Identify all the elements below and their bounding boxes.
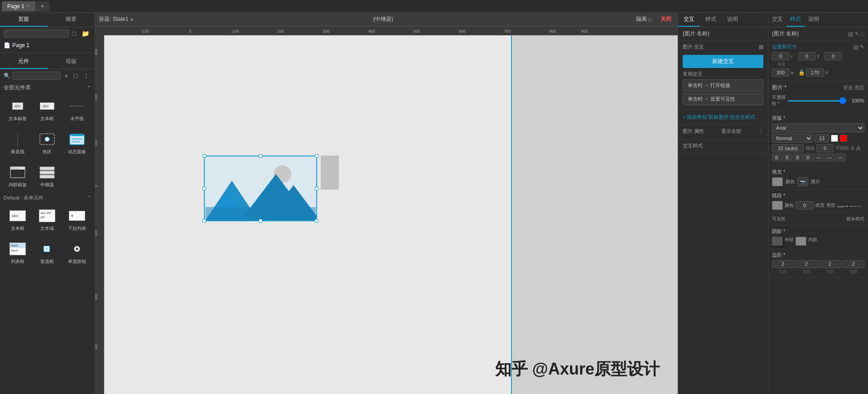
margin-top-input[interactable] <box>796 260 818 268</box>
x-input[interactable] <box>772 52 789 60</box>
page-tab-1[interactable]: Page 1 × <box>2 1 35 11</box>
interaction-open-link[interactable]: 单击时 → 打开链接 <box>683 79 763 92</box>
img-icon-2[interactable]: 图层 <box>854 84 864 91</box>
text-size-icon-2: A <box>856 145 860 152</box>
font-color-box[interactable] <box>831 135 838 142</box>
style-tab-interaction[interactable]: 交互 <box>768 13 786 27</box>
handle-top-left[interactable] <box>203 154 206 158</box>
tab-style[interactable]: 样式 <box>700 13 722 27</box>
component-hotspot[interactable]: 热区 <box>34 128 62 158</box>
pos-icon-2[interactable]: ✎ <box>860 44 864 50</box>
z-input[interactable] <box>825 52 842 60</box>
top-icon-1[interactable]: ▤ <box>848 31 853 37</box>
component-dynamic-panel[interactable]: 动态面板 <box>63 128 91 158</box>
component-text-standard[interactable]: abc 文本框 <box>34 95 62 125</box>
component-inline-frame[interactable]: 内联框架 <box>4 161 32 191</box>
font-size-input[interactable] <box>815 134 829 142</box>
add-interaction-icon[interactable]: ▤ <box>759 44 763 50</box>
interaction-set-visibility[interactable]: 单击时 → 设置可见性 <box>683 93 763 105</box>
h-input[interactable] <box>806 68 824 77</box>
shadow-outer-swatch[interactable] <box>772 237 783 246</box>
shadow-inner-swatch[interactable] <box>796 237 806 246</box>
fill-color-swatch[interactable] <box>772 177 783 186</box>
component-text-label[interactable]: abc 文本标签 <box>4 95 32 125</box>
border-color-swatch[interactable] <box>772 201 783 210</box>
top-icon-2[interactable]: ✎ <box>855 31 859 37</box>
component-listbox[interactable]: item item item 列表框 <box>4 238 32 268</box>
tab-components[interactable]: 元件 <box>0 55 48 69</box>
tab-interaction[interactable]: 交互 <box>678 13 700 27</box>
line-height-input[interactable] <box>772 144 804 152</box>
isolate-btn[interactable]: 隔离 □ <box>633 15 654 24</box>
more-component-icon[interactable]: ⋮ <box>81 71 91 80</box>
style-tab-style[interactable]: 样式 <box>786 13 805 27</box>
show-all-btn[interactable]: 显示全部 <box>721 128 741 135</box>
sidebar-tab-pages[interactable]: 页面 <box>0 13 48 27</box>
component-search-input[interactable] <box>12 72 61 80</box>
lock-icon[interactable]: 🔒 <box>798 69 805 76</box>
component-textbox[interactable]: abc 文本框 <box>4 205 32 234</box>
font-select[interactable]: Arial <box>772 123 864 132</box>
folder-icon[interactable]: 📁 <box>80 29 91 38</box>
valign-top-btn[interactable]: ― <box>814 154 824 161</box>
expand-default-icon[interactable]: ⌃ <box>87 195 91 201</box>
opacity-slider[interactable] <box>788 100 846 102</box>
handle-bot-right[interactable] <box>315 219 318 223</box>
align-left-btn[interactable]: ☰ <box>772 154 781 161</box>
component-textarea[interactable]: abc def ghi 文本域 <box>34 205 62 234</box>
sidebar-tab-outline[interactable]: 概要 <box>48 13 95 27</box>
image-widget[interactable] <box>204 156 317 221</box>
handle-bot-left[interactable] <box>203 219 206 223</box>
font-style-select[interactable]: Normal <box>772 134 813 143</box>
img-icon-1[interactable]: 更改 <box>843 84 853 91</box>
handle-top-mid[interactable] <box>259 154 262 158</box>
margin-label: 边距 * <box>772 252 785 258</box>
component-vertical-line[interactable]: 垂直线 <box>4 128 32 158</box>
border-dotted[interactable] <box>854 206 861 207</box>
letter-spacing-input[interactable] <box>816 144 834 152</box>
handle-mid-left[interactable] <box>203 187 206 190</box>
page-search-input[interactable] <box>4 29 69 38</box>
tab-close-1[interactable]: × <box>27 4 30 9</box>
component-checkbox[interactable]: ✓ 复选框 <box>34 238 62 268</box>
page-item-1[interactable]: 📄 Page 1 <box>0 40 95 51</box>
margin-bottom-input[interactable] <box>842 260 864 268</box>
canvas-scroll[interactable]: -300 -200 -100 0 100 300 400 <box>95 35 678 394</box>
border-solid[interactable] <box>837 206 844 207</box>
copy-component-icon[interactable]: □ <box>72 71 79 80</box>
style-tab-note[interactable]: 说明 <box>805 13 823 27</box>
align-center-btn[interactable]: ☰ <box>782 154 792 161</box>
tab-mother[interactable]: 母版 <box>48 55 95 69</box>
w-input[interactable] <box>772 68 789 77</box>
margin-right-input[interactable] <box>819 260 841 268</box>
component-dropdown[interactable]: ▾ 下拉列表 <box>63 205 91 234</box>
add-component-icon[interactable]: + <box>63 71 70 80</box>
font-highlight-box[interactable] <box>840 135 847 142</box>
border-width-input[interactable] <box>796 201 814 209</box>
valign-bot-btn[interactable]: ― <box>835 154 845 161</box>
add-interaction-link[interactable]: + 添加类似"鼠标悬停"的交互样式 <box>683 112 763 122</box>
collapse-icon[interactable]: ⌃ <box>87 85 91 91</box>
valign-mid-btn[interactable]: ― <box>825 154 834 161</box>
handle-top-right[interactable] <box>315 154 318 158</box>
add-page-icon[interactable]: □ <box>71 29 78 38</box>
properties-more-icon[interactable]: ⋮ <box>758 128 763 134</box>
handle-bot-mid[interactable] <box>259 219 262 223</box>
close-btn[interactable]: 关闭 <box>658 15 674 24</box>
align-right-btn[interactable]: ☰ <box>793 154 802 161</box>
margin-left-input[interactable] <box>772 260 794 268</box>
fill-image-swatch[interactable]: 📷 <box>797 177 808 186</box>
component-radio[interactable]: 单选按钮 <box>63 238 91 268</box>
y-input[interactable] <box>798 52 815 60</box>
component-horizontal-line[interactable]: 水平线 <box>63 95 91 125</box>
canvas-content[interactable]: 知乎 @Axure原型设计 <box>104 35 678 394</box>
tab-note[interactable]: 说明 <box>722 13 743 27</box>
align-justify-btn[interactable]: ☰ <box>803 154 813 161</box>
pos-icon-1[interactable]: ▤ <box>854 44 858 50</box>
component-repeater[interactable]: 中继器 <box>34 161 62 191</box>
top-icon-3[interactable]: □ <box>861 31 864 37</box>
new-tab-btn[interactable]: + <box>35 1 49 11</box>
border-dashed[interactable] <box>845 206 853 207</box>
handle-mid-right[interactable] <box>315 187 318 190</box>
new-interaction-btn[interactable]: 新建交互 <box>683 55 763 68</box>
